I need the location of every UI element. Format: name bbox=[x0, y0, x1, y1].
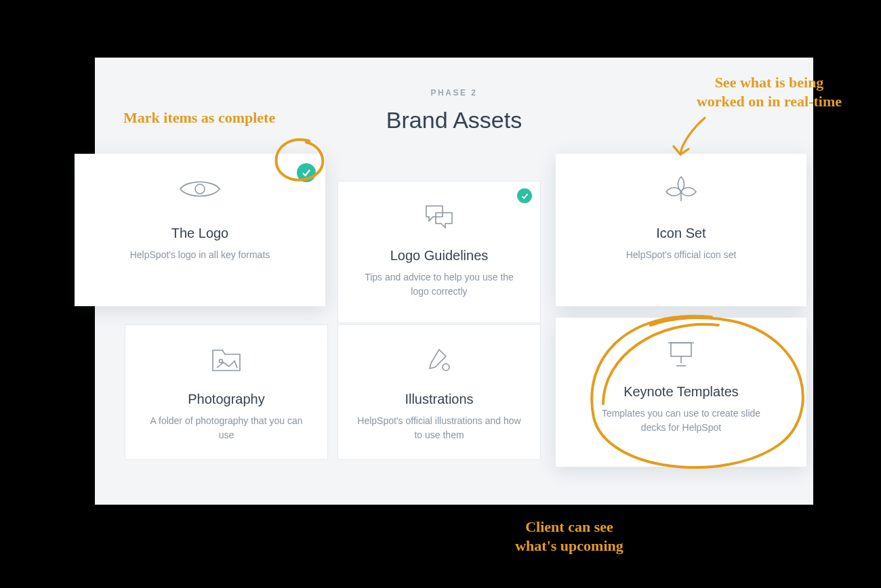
page-title: Brand Assets bbox=[95, 107, 813, 133]
card-icon-set[interactable]: Icon Set HelpSpot's official icon set bbox=[556, 154, 806, 306]
card-desc: HelpSpot's official illustrations and ho… bbox=[354, 414, 524, 442]
card-title: Photography bbox=[142, 392, 311, 407]
card-desc: A folder of photography that you can use bbox=[142, 414, 311, 442]
card-photography[interactable]: Photography A folder of photography that… bbox=[125, 324, 328, 460]
phase-label: PHASE 2 bbox=[95, 58, 813, 98]
card-desc: HelpSpot's logo in all key formats bbox=[112, 248, 288, 262]
card-desc: HelpSpot's official icon set bbox=[593, 248, 769, 262]
card-keynote-templates[interactable]: Keynote Templates Templates you can use … bbox=[556, 318, 806, 467]
svg-point-3 bbox=[443, 364, 449, 371]
eye-icon bbox=[91, 173, 309, 205]
svg-point-0 bbox=[195, 184, 205, 194]
card-grid: The Logo HelpSpot's logo in all key form… bbox=[95, 154, 813, 479]
card-title: Logo Guidelines bbox=[354, 248, 524, 264]
leaf-icon bbox=[572, 173, 790, 205]
card-desc: Templates you can use to create slide de… bbox=[593, 406, 769, 435]
check-icon bbox=[302, 168, 311, 177]
card-logo-guidelines[interactable]: Logo Guidelines Tips and advice to help … bbox=[337, 181, 541, 323]
card-title: Keynote Templates bbox=[572, 384, 790, 400]
svg-point-2 bbox=[220, 360, 223, 363]
image-folder-icon bbox=[142, 344, 311, 377]
chat-icon bbox=[354, 201, 524, 233]
card-illustrations[interactable]: Illustrations HelpSpot's official illust… bbox=[337, 324, 541, 460]
card-title: The Logo bbox=[91, 226, 309, 241]
card-desc: Tips and advice to help you use the logo… bbox=[354, 270, 524, 299]
dashboard-panel: PHASE 2 Brand Assets The Logo HelpSpot's… bbox=[95, 58, 813, 505]
card-title: Illustrations bbox=[354, 392, 524, 407]
complete-badge[interactable] bbox=[297, 163, 316, 182]
card-the-logo[interactable]: The Logo HelpSpot's logo in all key form… bbox=[75, 154, 325, 306]
complete-badge[interactable] bbox=[517, 188, 532, 203]
check-icon bbox=[521, 192, 529, 200]
paint-icon bbox=[354, 344, 524, 377]
presentation-icon bbox=[572, 337, 790, 369]
card-title: Icon Set bbox=[572, 226, 790, 241]
svg-rect-5 bbox=[671, 343, 691, 356]
annotation-upcoming: Client can seewhat's upcoming bbox=[495, 518, 644, 555]
